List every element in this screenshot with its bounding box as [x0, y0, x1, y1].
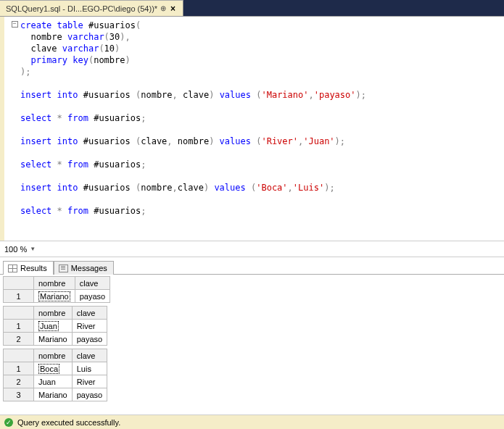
- row-header[interactable]: 2: [4, 333, 34, 346]
- cell[interactable]: payaso: [75, 290, 110, 303]
- document-tabbar: SQLQuery1.sql - DI...EGO-PC\diego (54))*…: [0, 0, 504, 16]
- cell[interactable]: payaso: [72, 333, 107, 346]
- result-grid[interactable]: nombreclave1Marianopayaso: [3, 276, 110, 303]
- zoom-value: 100 %: [4, 245, 27, 254]
- result-grid[interactable]: nombreclave1BocaLuis2JuanRiver3Marianopa…: [3, 349, 107, 401]
- document-tab-active[interactable]: SQLQuery1.sql - DI...EGO-PC\diego (54))*…: [0, 0, 183, 16]
- table-row[interactable]: 1Marianopayaso: [4, 290, 110, 303]
- table-row[interactable]: 2JuanRiver: [4, 375, 107, 388]
- status-text: Query executed successfully.: [17, 418, 120, 427]
- row-header[interactable]: 1: [4, 290, 34, 303]
- code-text[interactable]: create table #usuarios( nombre varchar(3…: [20, 17, 504, 241]
- corner-cell: [4, 277, 34, 290]
- cell-selected[interactable]: Boca: [34, 362, 73, 375]
- row-header[interactable]: 1: [4, 362, 34, 375]
- zoom-dropdown-icon[interactable]: ▼: [30, 246, 36, 252]
- pin-icon[interactable]: ⊕: [160, 4, 166, 12]
- tab-results[interactable]: Results: [3, 261, 54, 275]
- tab-title: SQLQuery1.sql - DI...EGO-PC\diego (54))*: [6, 4, 157, 13]
- cell-selected[interactable]: Mariano: [34, 290, 75, 303]
- table-row[interactable]: 1JuanRiver: [4, 320, 107, 333]
- results-pane[interactable]: nombreclave1Marianopayasonombreclave1Jua…: [0, 274, 504, 415]
- column-header[interactable]: clave: [75, 277, 110, 290]
- table-row[interactable]: 2Marianopayaso: [4, 333, 107, 346]
- zoom-bar: 100 % ▼: [0, 241, 504, 257]
- table-row[interactable]: 1BocaLuis: [4, 362, 107, 375]
- close-icon[interactable]: ×: [169, 4, 177, 14]
- column-header[interactable]: nombre: [34, 307, 73, 320]
- table-row[interactable]: 3Marianopayaso: [4, 388, 107, 401]
- grid-icon: [8, 265, 17, 272]
- tab-messages[interactable]: Messages: [54, 261, 114, 275]
- column-header[interactable]: nombre: [34, 349, 73, 362]
- column-header[interactable]: nombre: [34, 277, 75, 290]
- messages-icon: [59, 265, 68, 272]
- cell[interactable]: Luis: [72, 362, 107, 375]
- sql-editor-window: SQLQuery1.sql - DI...EGO-PC\diego (54))*…: [0, 0, 504, 429]
- cell-selected[interactable]: Juan: [34, 320, 73, 333]
- tab-results-label: Results: [20, 264, 47, 272]
- cell[interactable]: payaso: [72, 388, 107, 401]
- cell[interactable]: Juan: [34, 375, 73, 388]
- outline-gutter: −: [9, 17, 20, 241]
- cell[interactable]: Mariano: [34, 388, 73, 401]
- row-header[interactable]: 2: [4, 375, 34, 388]
- row-header[interactable]: 3: [4, 388, 34, 401]
- corner-cell: [4, 307, 34, 320]
- cell[interactable]: River: [72, 375, 107, 388]
- row-header[interactable]: 1: [4, 320, 34, 333]
- column-header[interactable]: clave: [72, 307, 107, 320]
- status-bar: ✓ Query executed successfully.: [0, 415, 504, 429]
- results-tabbar: Results Messages: [0, 257, 504, 274]
- tab-messages-label: Messages: [71, 264, 107, 272]
- collapse-toggle-icon[interactable]: −: [12, 21, 18, 28]
- column-header[interactable]: clave: [72, 349, 107, 362]
- corner-cell: [4, 349, 34, 362]
- cell[interactable]: River: [72, 320, 107, 333]
- code-editor[interactable]: − create table #usuarios( nombre varchar…: [0, 16, 504, 241]
- cell[interactable]: Mariano: [34, 333, 73, 346]
- success-icon: ✓: [4, 418, 13, 427]
- result-grid[interactable]: nombreclave1JuanRiver2Marianopayaso: [3, 306, 107, 346]
